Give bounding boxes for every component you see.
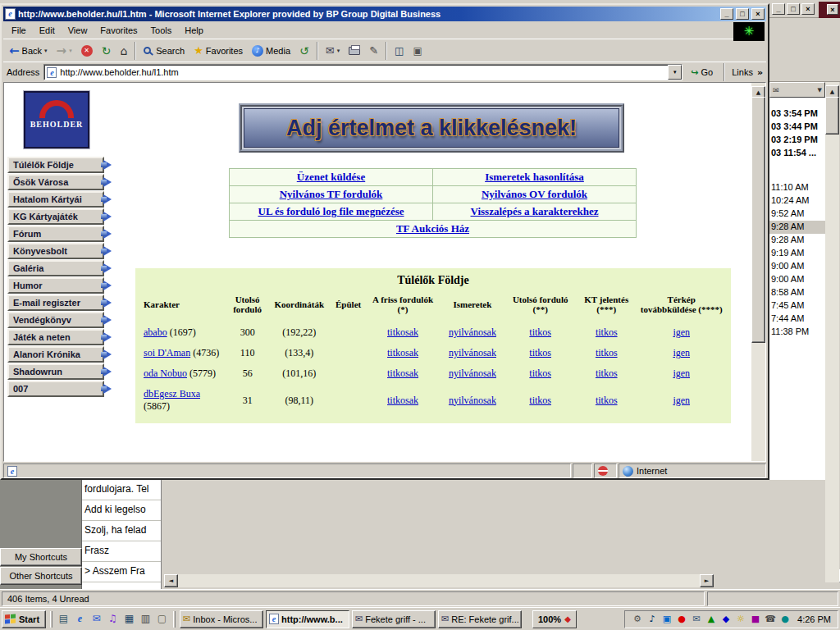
menu-view[interactable]: View <box>62 24 94 37</box>
link-nyilvanos-tf-fordulok[interactable]: Nyilvános TF fordulók <box>280 188 383 200</box>
mail-button[interactable]: ✉ ▾ <box>322 43 344 58</box>
mail-scroll-thumb[interactable] <box>825 97 839 135</box>
mail-row-time[interactable]: 7:45 AM <box>769 299 825 313</box>
edit-button[interactable]: ✎ <box>365 43 382 58</box>
close-button[interactable]: × <box>751 8 765 20</box>
sidebar-item-osok-varosa[interactable]: Ősök Városa <box>7 174 104 190</box>
minimize-button[interactable]: _ <box>720 8 733 20</box>
task-fekete-griff[interactable]: ✉ Fekete griff - ... <box>352 610 436 628</box>
character-link[interactable]: ababo <box>144 326 167 338</box>
mail-row-time[interactable]: 03 3:44 PM <box>769 121 825 134</box>
link-tf-aukcios-haz[interactable]: TF Aukciós Ház <box>396 222 469 235</box>
link-ismeretek-hasonlitasa[interactable]: Ismeretek hasonlítása <box>485 171 584 183</box>
start-button[interactable]: Start <box>2 610 46 628</box>
menu-edit[interactable]: Edit <box>33 24 62 37</box>
outlook-quicklaunch-icon[interactable]: ✉ <box>89 612 103 626</box>
scroll-right-icon[interactable]: ► <box>700 574 714 587</box>
map-forward-link[interactable]: igen <box>673 368 690 379</box>
link-uzenet-kuldese[interactable]: Üzenet küldése <box>297 171 365 183</box>
sidebar-item-shadowrun[interactable]: Shadowrun <box>7 363 104 380</box>
sidebar-item-kg-kartyajatek[interactable]: KG Kártyajáték <box>7 208 104 225</box>
last-turn-link[interactable]: titkos <box>529 326 551 338</box>
refresh-button[interactable]: ↻ <box>98 43 116 59</box>
ie-quicklaunch-icon[interactable]: e <box>73 612 87 626</box>
menu-help[interactable]: Help <box>178 24 210 37</box>
kt-report-link[interactable]: titkos <box>596 368 618 379</box>
sidebar-item-konyvesbolt[interactable]: Könyvesbolt <box>7 243 104 259</box>
map-forward-link[interactable]: igen <box>673 326 690 338</box>
mail-row-time[interactable]: 10:24 AM <box>769 194 825 208</box>
mail-row-time[interactable]: 8:58 AM <box>769 286 825 299</box>
app-quicklaunch-icon[interactable]: ▢ <box>155 612 169 626</box>
printer-quicklaunch-icon[interactable]: ▥ <box>139 612 153 626</box>
forward-button[interactable]: → ▾ <box>52 42 76 60</box>
print-button[interactable] <box>345 45 364 57</box>
links-chevron-icon[interactable]: » <box>757 67 763 78</box>
knowledge-link[interactable]: nyilvánosak <box>449 395 496 406</box>
media-button[interactable]: ♪ Media <box>248 43 294 58</box>
link-log-file-megnezese[interactable]: UL és forduló log file megnézése <box>258 205 404 217</box>
alert-tray-icon[interactable]: ● <box>676 614 687 625</box>
fresh-link[interactable]: titkosak <box>387 368 418 379</box>
phone-tray-icon[interactable]: ☎ <box>765 614 776 625</box>
map-forward-link[interactable]: igen <box>673 395 690 406</box>
mail-vertical-scrollbar[interactable]: ▲ ▼ <box>825 82 839 582</box>
messenger-tray-icon[interactable]: ● <box>779 614 791 625</box>
menu-tools[interactable]: Tools <box>144 24 179 37</box>
page-vertical-scrollbar[interactable]: ▲ ▼ <box>751 83 765 461</box>
antivirus-tray-icon[interactable]: ▲ <box>705 614 717 625</box>
search-button[interactable]: Search <box>139 44 189 57</box>
menu-file[interactable]: File <box>5 24 33 37</box>
mail-close-button[interactable]: × <box>801 3 815 15</box>
scroll-down-icon[interactable]: ▼ <box>765 448 766 461</box>
home-button[interactable]: ⌂ <box>116 43 131 59</box>
address-input[interactable]: e http://www.beholder.hu/l1.htm ▾ <box>43 64 682 80</box>
mail-maximize-button[interactable]: □ <box>787 3 800 15</box>
links-label[interactable]: Links <box>732 67 753 77</box>
mail-horizontal-scrollbar[interactable]: ◄ ► <box>164 574 714 587</box>
scroll-left-icon[interactable]: ◄ <box>164 574 178 587</box>
ad-banner[interactable]: Adj értelmet a klikkelésnek! <box>239 103 624 153</box>
mail-row-time[interactable]: 03 11:54 ... <box>769 147 825 160</box>
go-button[interactable]: ↪ Go <box>687 66 717 80</box>
last-turn-link[interactable]: titkos <box>529 347 551 358</box>
network-tray-icon[interactable]: ▣ <box>661 614 673 625</box>
stop-button[interactable]: ✕ <box>77 43 97 58</box>
menu-favorites[interactable]: Favorites <box>94 24 144 37</box>
sidebar-item-tulelok-foldje[interactable]: Túlélők Földje <box>7 157 104 173</box>
mail-row-time[interactable]: 03 3:54 PM <box>769 107 825 121</box>
mail-column-header[interactable]: ✉ ▼ <box>769 82 825 98</box>
mail-row-time-selected[interactable]: 9:28 AM <box>769 221 825 234</box>
knowledge-link[interactable]: nyilvánosak <box>449 368 496 379</box>
sidebar-item-007[interactable]: 007 <box>7 381 104 397</box>
clock[interactable]: 4:26 PM <box>797 614 831 624</box>
mail-row-time[interactable]: 11:10 AM <box>769 181 825 194</box>
last-turn-link[interactable]: titkos <box>529 395 551 406</box>
history-button[interactable]: ↺ <box>295 43 313 59</box>
my-shortcuts-button[interactable]: My Shortcuts <box>0 548 82 566</box>
kt-report-link[interactable]: titkos <box>596 395 618 406</box>
background-close-button[interactable]: × <box>827 4 838 15</box>
ie-titlebar[interactable]: e http://www.beholder.hu/l1.htm - Micros… <box>3 7 766 21</box>
fullscreen-button[interactable]: ▣ <box>409 43 426 58</box>
mail-row-time[interactable]: 9:19 AM <box>769 247 825 260</box>
forward-dropdown-icon[interactable]: ▾ <box>69 48 72 54</box>
discuss-button[interactable]: ◫ <box>390 43 408 58</box>
battery-meter[interactable]: 100% ◆ <box>532 610 577 628</box>
knowledge-link[interactable]: nyilvánosak <box>449 347 496 358</box>
mail-dropdown-icon[interactable]: ▾ <box>337 48 340 54</box>
task-re-fekete-griff[interactable]: ✉ RE: Fekete grif... <box>438 610 522 628</box>
media-player-icon[interactable]: ♫ <box>106 612 120 626</box>
knowledge-link[interactable]: nyilvánosak <box>449 326 496 338</box>
link-nyilvanos-ov-fordulok[interactable]: Nyilvános OV fordulók <box>482 188 587 200</box>
fresh-link[interactable]: titkosak <box>387 395 418 406</box>
sidebar-item-galeria[interactable]: Galéria <box>7 260 104 276</box>
task-browser-active[interactable]: e http://www.b... <box>266 610 349 628</box>
sidebar-item-humor[interactable]: Humor <box>7 277 104 294</box>
power-tray-icon[interactable]: ☼ <box>735 614 746 625</box>
sidebar-item-hatalom-kartyai[interactable]: Hatalom Kártyái <box>7 191 104 208</box>
favorites-button[interactable]: ★ Favorites <box>189 43 247 58</box>
display-tray-icon[interactable]: ■ <box>750 614 761 625</box>
mail-minimize-button[interactable]: _ <box>772 3 785 15</box>
kt-report-link[interactable]: titkos <box>596 347 618 358</box>
